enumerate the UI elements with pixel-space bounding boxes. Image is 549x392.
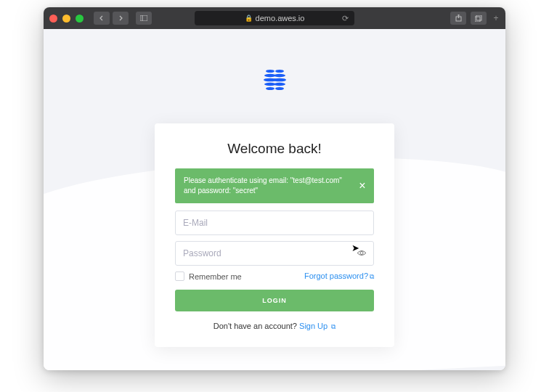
remember-checkbox[interactable] (175, 271, 184, 281)
svg-rect-3 (475, 17, 480, 22)
email-input[interactable] (175, 211, 374, 235)
browser-titlebar: 🔒 demo.awes.io ⟳ + (44, 7, 505, 29)
window-controls (49, 15, 84, 23)
brand-logo (260, 65, 289, 94)
sidebar-toggle-button[interactable] (136, 12, 152, 25)
svg-point-9 (266, 87, 274, 90)
password-field-wrap (175, 241, 374, 266)
browser-window: 🔒 demo.awes.io ⟳ + (44, 7, 505, 370)
close-icon[interactable]: × (357, 180, 368, 192)
close-window-button[interactable] (49, 15, 57, 23)
reload-button[interactable]: ⟳ (342, 14, 349, 23)
minimize-window-button[interactable] (62, 15, 70, 23)
svg-point-12 (273, 78, 286, 82)
external-link-icon: ⧉ (370, 273, 374, 280)
external-link-icon: ⧉ (331, 323, 336, 330)
card-title: Welcome back! (175, 141, 374, 157)
remember-me[interactable]: Remember me (175, 271, 242, 281)
info-alert: Please authenticate using email: "test@t… (175, 168, 374, 203)
address-bar[interactable]: 🔒 demo.awes.io ⟳ (195, 11, 354, 25)
tabs-button[interactable] (471, 12, 487, 25)
svg-rect-4 (476, 15, 481, 20)
eye-icon[interactable] (357, 248, 367, 259)
svg-point-11 (274, 74, 285, 77)
forgot-password-link[interactable]: Forgot password? (304, 271, 368, 280)
alert-text: Please authenticate using email: "test@t… (184, 176, 342, 195)
signup-row: Don't have an account? Sign Up ⧉ (175, 322, 374, 331)
login-card: Welcome back! Please authenticate using … (155, 123, 394, 347)
svg-point-15 (360, 252, 363, 255)
svg-point-10 (275, 70, 284, 73)
forward-button[interactable] (113, 12, 129, 25)
nav-buttons (94, 12, 129, 25)
svg-point-14 (275, 87, 284, 90)
new-tab-button[interactable]: + (491, 13, 501, 23)
signup-link[interactable]: Sign Up (299, 322, 328, 330)
lock-icon: 🔒 (245, 15, 253, 22)
signup-prompt: Don't have an account? (214, 322, 297, 330)
remember-label: Remember me (189, 272, 242, 281)
options-row: Remember me Forgot password?⧉ (175, 271, 374, 281)
svg-point-5 (266, 70, 274, 73)
page-viewport: Welcome back! Please authenticate using … (44, 29, 505, 370)
back-button[interactable] (94, 12, 110, 25)
svg-point-13 (274, 83, 285, 86)
share-button[interactable] (450, 12, 466, 25)
svg-rect-0 (140, 15, 147, 21)
maximize-window-button[interactable] (76, 15, 84, 23)
login-button[interactable]: LOGIN (175, 290, 374, 311)
email-field-wrap (175, 211, 374, 235)
password-input[interactable] (175, 241, 374, 266)
url-text: demo.awes.io (256, 14, 305, 23)
